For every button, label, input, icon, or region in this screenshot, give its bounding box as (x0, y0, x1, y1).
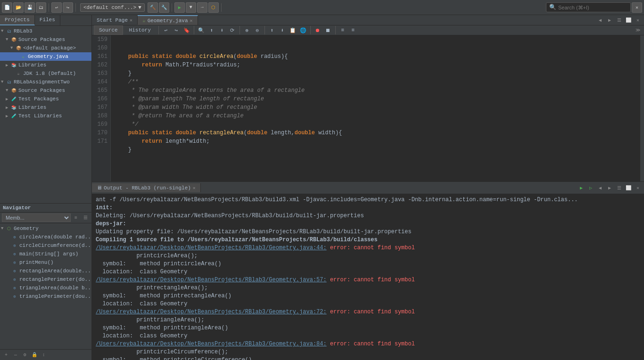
nav-item-printmenu[interactable]: ⊙ printMenu() (0, 258, 91, 267)
find-sel-btn[interactable]: ⟳ (228, 25, 237, 35)
docs-menu-btn[interactable]: ☰ (615, 16, 623, 25)
nav-tree-geometry[interactable]: ▼ ⬡ Geometry (0, 224, 91, 233)
tree-item-rblab3[interactable]: ▼ 🗂 RBLab3 (0, 27, 91, 35)
nav-item-rectangleperimeter[interactable]: ⊙ rectanglePerimeter(do... (0, 275, 91, 284)
tab-projects[interactable]: Projects (0, 15, 35, 25)
tree-item-libraries2[interactable]: ▶ 📚 Libraries (0, 103, 91, 112)
lock-panel-btn[interactable]: 🔒 (30, 351, 39, 359)
tree-label: Test Libraries (18, 113, 62, 119)
nav-btn1[interactable]: ≡ (72, 213, 80, 222)
restore-editor-btn[interactable]: ⬜ (624, 16, 633, 25)
remove-panel-btn[interactable]: — (11, 351, 20, 359)
tree-item-test-packages[interactable]: ▶ 🧪 Test Packages (0, 95, 91, 103)
find-next-btn[interactable]: ⬇ (217, 25, 227, 35)
tree-item-rbassignment[interactable]: ▼ 🗂 RBLabAssignmentTwo (0, 78, 91, 86)
tab-start-page[interactable]: Start Page ✕ (92, 16, 138, 25)
nav-item-main[interactable]: ⊙ main(String[] args) (0, 250, 91, 258)
save-all-icon[interactable]: 🗂 (36, 2, 46, 13)
tree-item-libraries[interactable]: ▶ 📚 Libraries (0, 61, 91, 69)
output-area[interactable]: ant -f /Users/reybaltazar/NetBeansProjec… (92, 194, 644, 360)
error-link[interactable]: /Users/reybaltazar/Desktop/NetBeansProje… (96, 309, 327, 315)
source-toolbar-options[interactable]: ≫ (634, 26, 642, 34)
output-menu-btn[interactable]: ☰ (615, 184, 623, 192)
nav-item-trianglearea[interactable]: ⊙ triangleArea(double b... (0, 284, 91, 292)
diff-btn[interactable]: ⊕ (242, 25, 252, 35)
restore-output-btn[interactable]: ⬜ (624, 184, 633, 192)
tree-label: circleArea(double rad... (19, 234, 91, 240)
config-panel-btn[interactable]: ⚙ (21, 351, 29, 359)
search-box[interactable]: 🔍 (546, 2, 631, 12)
find-btn[interactable]: 🔍 (197, 25, 206, 35)
member-select[interactable]: Memb... (2, 213, 71, 222)
update-btn[interactable]: ⬇ (278, 25, 287, 35)
run-again2-btn[interactable]: ▷ (586, 184, 595, 192)
error-text: error: cannot find symbol (327, 245, 415, 251)
project-icon: 🗂 (6, 79, 12, 85)
run-again-btn[interactable]: ▶ (577, 184, 586, 192)
build-icon[interactable]: 🔨 (148, 2, 158, 13)
arrow-icon: ▼ (6, 37, 10, 42)
new-file-icon[interactable]: 📄 (2, 2, 12, 13)
tree-item-jdk[interactable]: ☕ JDK 1.8 (Default) (0, 69, 91, 78)
stop-btn[interactable]: ⏹ (323, 25, 333, 35)
record-btn[interactable]: ⏺ (313, 25, 322, 35)
history-tab[interactable]: History (124, 25, 156, 35)
step-into-icon[interactable]: → (197, 2, 207, 13)
nav-item-triangleperimeter[interactable]: ⊙ trianglePerimeter(dou... (0, 292, 91, 301)
redo-icon[interactable]: ↪ (63, 2, 73, 13)
search-input[interactable] (558, 5, 624, 10)
restore-panel-btn[interactable]: ↕ (40, 351, 48, 359)
tree-item-test-libraries[interactable]: ▶ 🧪 Test Libraries (0, 112, 91, 120)
tree-label: RBLabAssignmentTwo (14, 79, 70, 85)
clean-build-icon[interactable]: 🔧 (159, 2, 169, 13)
forward-btn[interactable]: ↪ (172, 25, 181, 35)
debug-icon[interactable]: ⬡ (208, 2, 219, 13)
tree-item-default-package[interactable]: ▼ 📦 <default package> (0, 44, 91, 52)
editor-scrollbar[interactable] (640, 35, 644, 181)
output-error-line: /Users/reybaltazar/Desktop/NetBeansProje… (96, 276, 640, 284)
nav-item-circlearea[interactable]: ⊙ circleArea(double rad... (0, 233, 91, 241)
error-link[interactable]: /Users/reybaltazar/Desktop/NetBeansProje… (96, 245, 327, 251)
output-tab[interactable]: 🖥 Output - RBLab3 (run-single) ✕ (92, 183, 201, 192)
metrics2-btn[interactable]: ≡ (348, 25, 358, 35)
prev-doc-btn[interactable]: ◀ (596, 16, 604, 25)
tab-files[interactable]: Files (35, 15, 60, 25)
close-editor-btn[interactable]: ✕ (634, 16, 642, 25)
nav-btn2[interactable]: ☰ (81, 213, 90, 222)
error-link[interactable]: /Users/reybaltazar/Desktop/NetBeansProje… (96, 341, 327, 347)
tab-close-icon[interactable]: ✕ (130, 17, 132, 23)
run-icon[interactable]: ▶ (174, 2, 185, 13)
log-btn[interactable]: 📋 (288, 25, 297, 35)
open-icon[interactable]: 📂 (13, 2, 24, 13)
source-tab[interactable]: Source (94, 25, 123, 35)
tree-item-source-packages2[interactable]: ▼ 📦 Source Packages (0, 86, 91, 95)
next-doc-btn[interactable]: ▶ (605, 16, 614, 25)
tab-geometry-java[interactable]: ☕ Geometry.java ✕ (138, 15, 198, 25)
back-btn[interactable]: ↩ (161, 25, 171, 35)
metrics-btn[interactable]: ≡ (338, 25, 347, 35)
tab-close-icon[interactable]: ✕ (190, 18, 193, 24)
close-output-btn[interactable]: ✕ (634, 184, 642, 192)
diff2-btn[interactable]: ⊖ (253, 25, 262, 35)
commit-btn[interactable]: ⬆ (267, 25, 277, 35)
editor-area[interactable]: 159 160 161 162 163 164 165 166 167 168 … (92, 35, 640, 181)
toggle-bm-btn[interactable]: 🔖 (182, 25, 191, 35)
save-icon[interactable]: 💾 (25, 2, 35, 13)
output-tab-close[interactable]: ✕ (193, 185, 196, 191)
prev-output-btn[interactable]: ◀ (596, 184, 604, 192)
remote-btn[interactable]: 🌐 (298, 25, 308, 35)
run-dropdown-icon[interactable]: ▼ (186, 2, 196, 13)
code-content[interactable]: public static double circleArea(double r… (111, 35, 640, 181)
nav-item-rectanglearea[interactable]: ⊙ rectangleArea(double... (0, 267, 91, 275)
config-dropdown[interactable]: <default conf...> ▼ (80, 3, 145, 12)
next-output-btn[interactable]: ▶ (605, 184, 614, 192)
find-prev-btn[interactable]: ⬆ (207, 25, 216, 35)
tree-item-source-packages[interactable]: ▼ 📦 Source Packages (0, 35, 91, 44)
output-line: symbol: method printrectangleArea() (96, 292, 640, 300)
close-search-icon[interactable]: ✕ (632, 2, 642, 13)
error-link[interactable]: /Users/reybaltazar/Desktop/NetBeansProje… (96, 277, 327, 283)
undo-icon[interactable]: ↩ (51, 2, 62, 13)
nav-item-circlecircumference[interactable]: ⊙ circleCircumference(d... (0, 241, 91, 250)
add-panel-btn[interactable]: + (2, 351, 10, 359)
tree-item-geometry-java[interactable]: ☕ Geometry.java (0, 52, 91, 61)
